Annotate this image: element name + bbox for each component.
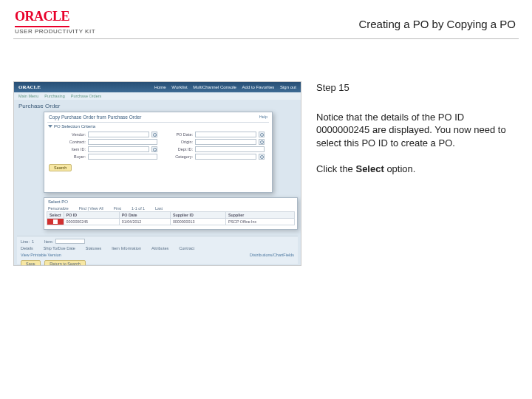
app-brand: ORACLE [18, 84, 41, 90]
lbl-contract: Contract: [58, 140, 86, 144]
lbl-origin: Origin: [165, 140, 193, 144]
nav-fav[interactable]: Add to Favorites [242, 85, 275, 89]
nav-home[interactable]: Home [154, 85, 166, 89]
instruction-panel: Step 15 Notice that the details of the P… [316, 81, 519, 384]
app-nav: Home Worklist MultiChannel Console Add t… [150, 85, 296, 89]
col-date: PO Date [119, 212, 170, 219]
results-table: Select PO ID PO Date Supplier ID Supplie… [47, 211, 295, 225]
cell-sup: PSCP Office Inc [226, 219, 295, 225]
lbl-item: Item: [44, 239, 53, 244]
lbl-podate: PO Date: [165, 132, 193, 137]
nav-mcc[interactable]: MultiChannel Console [193, 85, 236, 89]
lookup-icon[interactable] [151, 132, 157, 137]
app-topbar: ORACLE Home Worklist MultiChannel Consol… [14, 82, 301, 92]
link-printable[interactable]: View Printable Version [21, 253, 61, 257]
col-supid: Supplier ID [170, 212, 225, 219]
brand-sub: USER PRODUCTIVITY KIT [15, 28, 95, 35]
tab-contract[interactable]: Contract [179, 246, 194, 250]
tab-details[interactable]: Details [21, 246, 33, 250]
table-row: 0000000245 01/04/2012 0000000013 PSCP Of… [47, 219, 295, 225]
lookup-icon[interactable] [259, 154, 265, 160]
modal-title: Copy Purchase Order from Purchase Order [44, 112, 272, 122]
deptid-input[interactable] [195, 146, 265, 152]
pager-find[interactable]: Find | View All [79, 206, 103, 211]
step-label: Step 15 [316, 81, 519, 95]
header-divider [13, 38, 519, 39]
table-header-row: Select PO ID PO Date Supplier ID Supplie… [47, 212, 295, 219]
crumb-purchasing[interactable]: Purchasing [44, 94, 65, 98]
pager-first[interactable]: First [114, 206, 121, 211]
val-line: 1 [32, 239, 34, 244]
contract-input[interactable] [88, 139, 157, 145]
lbl-line: Line: [21, 239, 30, 244]
vendor-input[interactable] [88, 132, 149, 137]
brand-name: ORACLE [15, 9, 69, 27]
itemid-input[interactable] [88, 146, 149, 152]
lower-panel: Line:1 Item: Details Ship To/Due Date St… [17, 236, 298, 264]
col-poid: PO ID [64, 212, 119, 219]
crumb-main[interactable]: Main Menu [18, 94, 38, 98]
lbl-buyer: Buyer: [58, 154, 86, 159]
select-icon [53, 219, 58, 224]
instruction-text-2: Click the Select option. [316, 163, 519, 176]
calendar-icon[interactable] [259, 132, 265, 137]
select-keyword: Select [355, 163, 383, 174]
pager-count: 1-1 of 1 [132, 206, 145, 211]
brand-logo: ORACLE USER PRODUCTIVITY KIT [15, 9, 95, 35]
lbl-vendor: Vendor: [58, 132, 86, 137]
pager-personalize[interactable]: Personalize [48, 206, 69, 211]
podate-input[interactable] [195, 132, 256, 137]
col-select: Select [47, 212, 64, 219]
tab-attrs[interactable]: Attributes [151, 246, 168, 250]
tab-shipto[interactable]: Ship To/Due Date [44, 246, 75, 250]
modal-help-link[interactable]: Help [259, 115, 267, 119]
lbl-deptid: Dept ID: [165, 147, 193, 151]
pager-last[interactable]: Last [155, 206, 163, 211]
save-button[interactable]: Save [21, 260, 41, 266]
search-button[interactable]: Search [49, 164, 72, 171]
tab-iteminfo[interactable]: Item Information [112, 246, 141, 250]
origin-input[interactable] [195, 139, 256, 145]
instruction-text-1: Notice that the details of the PO ID 000… [316, 111, 519, 150]
collapse-icon [48, 125, 52, 128]
tab-statuses[interactable]: Statuses [86, 246, 101, 250]
copy-po-modal: Copy Purchase Order from Purchase Order … [44, 112, 273, 193]
category-input[interactable] [195, 154, 256, 160]
select-option[interactable] [47, 219, 64, 225]
lookup-icon[interactable] [259, 139, 265, 145]
lookup-icon[interactable] [151, 146, 157, 152]
cell-poid: 0000000245 [64, 219, 119, 225]
crumb-po[interactable]: Purchase Orders [71, 94, 102, 98]
return-button[interactable]: Return to Search [44, 260, 86, 266]
results-panel: Select PO Personalize Find | View All Fi… [44, 197, 298, 230]
breadcrumb: Main Menu Purchasing Purchase Orders [14, 92, 301, 100]
embedded-screenshot: ORACLE Home Worklist MultiChannel Consol… [13, 81, 301, 266]
page-title: Creating a PO by Copying a PO [358, 18, 516, 30]
link-distributions[interactable]: Distributions/ChartFields [250, 253, 294, 257]
app-page-title: Purchase Order [14, 100, 301, 112]
nav-worklist[interactable]: Worklist [171, 85, 187, 89]
results-title: Select PO [44, 198, 297, 205]
col-sup: Supplier [226, 212, 295, 219]
buyer-input[interactable] [88, 154, 157, 160]
cell-date: 01/04/2012 [119, 219, 170, 225]
lbl-itemid: Item ID: [58, 147, 86, 151]
section-label: PO Selection Criteria [54, 124, 95, 129]
modal-section-header[interactable]: PO Selection Criteria [44, 123, 272, 130]
item-input[interactable] [55, 239, 85, 244]
cell-supid: 0000000013 [170, 219, 225, 225]
lbl-category: Category: [165, 154, 193, 159]
nav-signout[interactable]: Sign out [280, 85, 296, 89]
